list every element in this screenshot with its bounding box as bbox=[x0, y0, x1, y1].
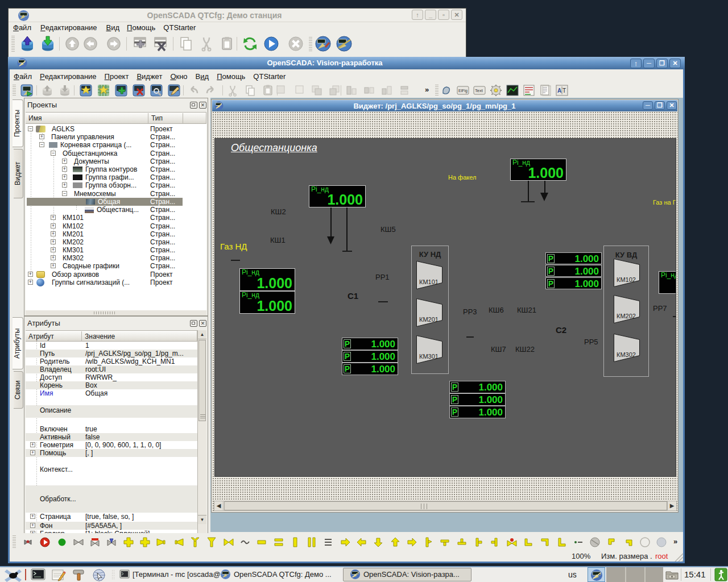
svg-text:Text: Text bbox=[475, 88, 483, 93]
svg-text:T: T bbox=[562, 88, 566, 94]
svg-text:A: A bbox=[557, 88, 561, 94]
svg-text:ElFig: ElFig bbox=[458, 89, 468, 93]
